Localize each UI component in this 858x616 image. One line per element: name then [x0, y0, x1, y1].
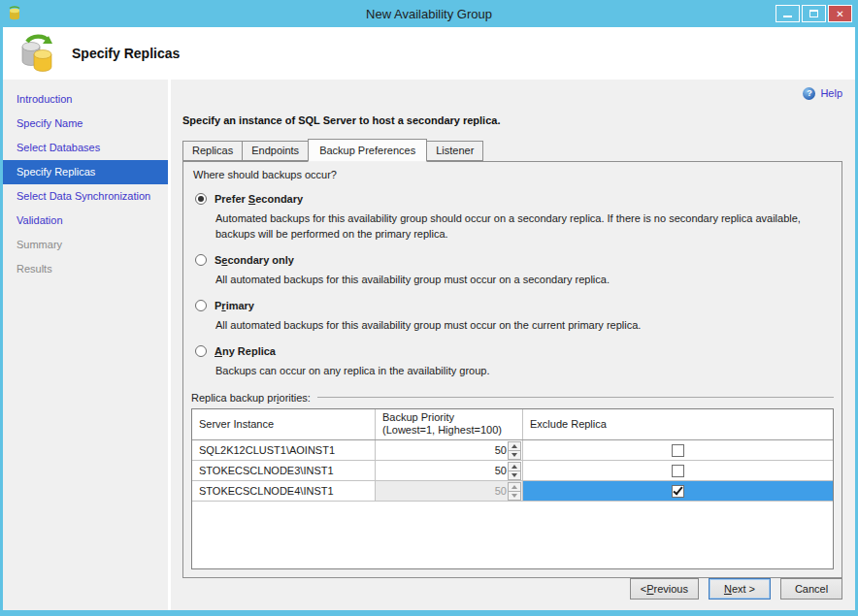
table-row[interactable]: SQL2K12CLUST1\AOINST150	[192, 440, 833, 461]
option-row-prefer-secondary: Prefer Secondary	[195, 193, 834, 205]
option-description-secondary-only: All automated backups for this availabil…	[215, 273, 816, 288]
help-icon: ?	[803, 87, 815, 100]
arrow-up-icon	[512, 444, 517, 448]
sidebar-nav: IntroductionSpecify NameSelect Databases…	[3, 80, 168, 610]
backup-priority-spinner[interactable]	[508, 441, 521, 460]
option-row-secondary-only: Secondary only	[195, 254, 834, 266]
wizard-header: Specify Replicas	[3, 27, 855, 80]
previous-button[interactable]: < Previous	[630, 578, 699, 600]
sidebar-item-results: Results	[3, 257, 168, 281]
column-header-server-instance[interactable]: Server Instance	[192, 409, 376, 440]
backup-priority-cell: 50	[376, 440, 523, 460]
radio-secondary-only[interactable]	[195, 254, 207, 266]
backup-priority-spinner	[508, 482, 521, 501]
replica-priorities-table: Server InstanceBackup Priority(Lowest=1,…	[191, 408, 834, 569]
radio-label-any-replica[interactable]: Any Replica	[214, 345, 276, 357]
sidebar-item-select-data-synchronization[interactable]: Select Data Synchronization	[3, 184, 168, 209]
maximize-button[interactable]	[802, 5, 826, 22]
server-instance-cell[interactable]: STOKECSCLNODE3\INST1	[192, 461, 376, 480]
radio-label-primary[interactable]: Primary	[214, 300, 254, 311]
exclude-replica-checkbox[interactable]	[672, 465, 684, 477]
spin-up-button	[509, 483, 520, 491]
arrow-up-icon	[512, 485, 517, 489]
main-content: ? Help Specify an instance of SQL Server…	[171, 80, 855, 610]
priorities-label: Replica backup priorities:	[191, 392, 311, 404]
minimize-icon	[783, 16, 792, 17]
spin-down-button	[509, 491, 520, 500]
minimize-button[interactable]	[776, 5, 800, 22]
help-link[interactable]: ? Help	[803, 87, 842, 100]
backup-priority-cell: 50	[376, 461, 523, 480]
table-header: Server InstanceBackup Priority(Lowest=1,…	[192, 409, 833, 441]
close-icon	[836, 8, 843, 19]
tab-strip: ReplicasEndpointsBackup PreferencesListe…	[182, 139, 842, 161]
backup-priority-value[interactable]: 50	[495, 485, 507, 497]
table-row[interactable]: STOKECSCLNODE4\INST150	[192, 481, 833, 502]
server-instance-cell[interactable]: STOKECSCLNODE4\INST1	[192, 481, 376, 501]
sidebar-item-introduction[interactable]: Introduction	[3, 87, 168, 112]
table-rows: SQL2K12CLUST1\AOINST150STOKECSCLNODE3\IN…	[192, 440, 833, 502]
radio-label-prefer-secondary[interactable]: Prefer Secondary	[214, 193, 303, 205]
option-row-any-replica: Any Replica	[195, 345, 834, 357]
column-header-exclude-replica[interactable]: Exclude Replica	[523, 409, 833, 440]
arrow-down-icon	[512, 453, 517, 457]
option-description-any-replica: Backups can occur on any replica in the …	[215, 364, 816, 379]
maximize-icon	[809, 10, 818, 17]
option-any-replica: Any ReplicaBackups can occur on any repl…	[195, 345, 834, 379]
option-description-prefer-secondary: Automated backups for this availability …	[215, 211, 816, 243]
sidebar-item-validation[interactable]: Validation	[3, 209, 168, 233]
tab-replicas[interactable]: Replicas	[182, 141, 243, 161]
arrow-up-icon	[512, 465, 517, 469]
titlebar[interactable]: New Availability Group	[0, 0, 858, 27]
backup-priority-value[interactable]: 50	[495, 444, 507, 456]
exclude-replica-cell[interactable]	[523, 440, 833, 460]
server-instance-cell[interactable]: SQL2K12CLUST1\AOINST1	[192, 440, 376, 460]
option-secondary-only: Secondary onlyAll automated backups for …	[195, 254, 834, 288]
cancel-button[interactable]: Cancel	[780, 578, 842, 600]
backup-priority-spinner[interactable]	[508, 462, 521, 480]
help-row: ? Help	[182, 85, 842, 101]
exclude-replica-cell[interactable]	[523, 461, 833, 480]
radio-any-replica[interactable]	[195, 345, 207, 357]
window-body: IntroductionSpecify NameSelect Databases…	[3, 80, 855, 610]
spin-down-button[interactable]	[509, 470, 520, 479]
sidebar-item-summary: Summary	[3, 233, 168, 257]
exclude-replica-checkbox[interactable]	[672, 485, 684, 498]
availability-group-icon	[16, 33, 58, 74]
window-title: New Availability Group	[0, 7, 858, 21]
exclude-replica-cell[interactable]	[523, 481, 833, 501]
arrow-down-icon	[512, 473, 517, 477]
backup-priority-cell: 50	[376, 481, 523, 501]
radio-primary[interactable]	[195, 300, 207, 311]
radio-prefer-secondary[interactable]	[195, 193, 207, 205]
sidebar-item-specify-name[interactable]: Specify Name	[3, 112, 168, 136]
column-header-backup-priority[interactable]: Backup Priority(Lowest=1, Highest=100)	[376, 409, 523, 440]
spin-up-button[interactable]	[509, 442, 520, 450]
next-button[interactable]: Next >	[709, 578, 771, 600]
tab-endpoints[interactable]: Endpoints	[242, 141, 309, 161]
backup-preferences-panel: Where should backups occur? Prefer Secon…	[182, 161, 842, 578]
option-prefer-secondary: Prefer SecondaryAutomated backups for th…	[195, 193, 834, 243]
tab-listener[interactable]: Listener	[426, 141, 483, 161]
close-button[interactable]	[828, 5, 852, 22]
exclude-replica-checkbox[interactable]	[672, 444, 684, 457]
spin-up-button[interactable]	[509, 463, 520, 470]
radio-label-secondary-only[interactable]: Secondary only	[214, 254, 294, 266]
tab-backup-preferences[interactable]: Backup Preferences	[308, 139, 427, 162]
instruction-text: Specify an instance of SQL Server to hos…	[182, 114, 842, 126]
help-label: Help	[820, 87, 842, 99]
arrow-down-icon	[512, 494, 517, 498]
option-row-primary: Primary	[195, 300, 834, 311]
sidebar-item-specify-replicas[interactable]: Specify Replicas	[3, 160, 168, 184]
option-primary: PrimaryAll automated backups for this av…	[195, 300, 834, 334]
footer-buttons: < PreviousNext >Cancel	[182, 578, 842, 611]
spin-down-button[interactable]	[509, 450, 520, 459]
backup-question: Where should backups occur?	[193, 169, 834, 180]
option-description-primary: All automated backups for this availabil…	[215, 318, 816, 334]
backup-options: Prefer SecondaryAutomated backups for th…	[191, 189, 834, 391]
sidebar-item-select-databases[interactable]: Select Databases	[3, 136, 168, 160]
priorities-groupbox-header: Replica backup priorities:	[191, 392, 834, 404]
priorities-divider-line	[317, 397, 834, 398]
backup-priority-value[interactable]: 50	[495, 465, 507, 476]
table-row[interactable]: STOKECSCLNODE3\INST150	[192, 461, 833, 481]
